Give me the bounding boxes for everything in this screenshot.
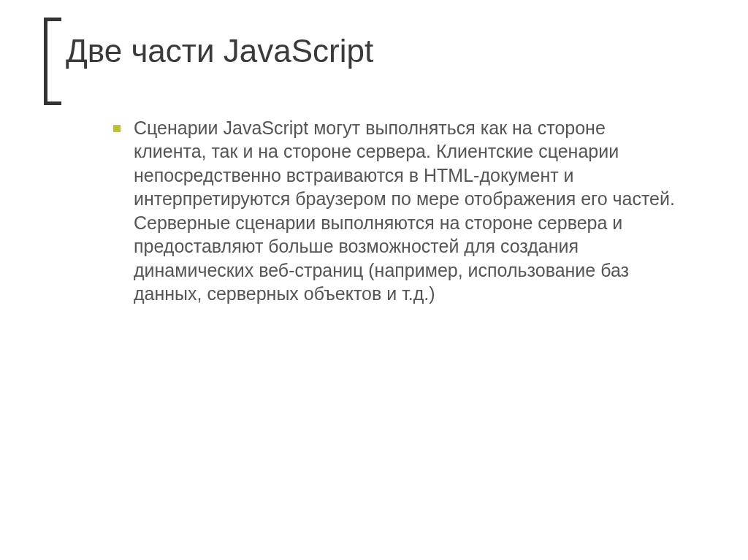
slide-content: Сценарии JavaScript могут выполняться ка… xyxy=(44,116,704,306)
title-container: Две части JavaScript xyxy=(44,18,704,80)
slide-title: Две части JavaScript xyxy=(66,32,690,71)
slide: Две части JavaScript Сценарии JavaScript… xyxy=(0,0,748,560)
bracket-left-icon xyxy=(44,18,61,105)
body-text: Сценарии JavaScript могут выполняться ка… xyxy=(134,116,675,306)
bullet-item: Сценарии JavaScript могут выполняться ка… xyxy=(113,116,675,306)
bullet-icon xyxy=(113,125,121,132)
